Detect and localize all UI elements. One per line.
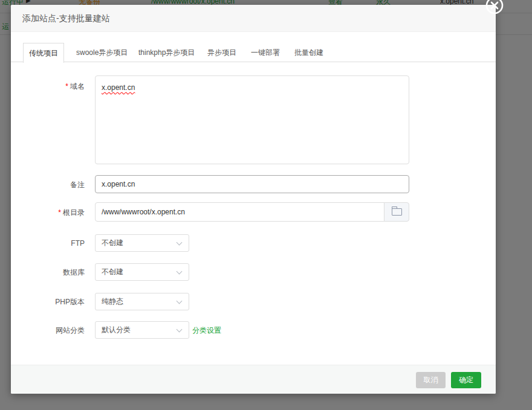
cancel-button[interactable]: 取消 <box>416 372 446 388</box>
ftp-select-value: 不创建 <box>102 239 123 247</box>
site-category-select[interactable]: 默认分类 <box>95 321 189 339</box>
dialog-title: 添加站点-支持批量建站 <box>11 5 496 32</box>
dialog-footer: 取消 确定 <box>11 365 496 394</box>
domain-value: x.opent.cn <box>102 83 135 92</box>
site-category-select-value: 默认分类 <box>102 325 131 334</box>
database-select-value: 不创建 <box>102 267 123 276</box>
chevron-down-icon <box>177 298 183 304</box>
root-dir-label: *根目录 <box>11 208 85 217</box>
chevron-down-icon <box>177 240 183 246</box>
tab-one-click-deploy[interactable]: 一键部署 <box>251 43 280 62</box>
ftp-label: FTP <box>11 239 85 248</box>
root-dir-input[interactable] <box>95 202 384 222</box>
domain-label: *域名 <box>11 82 85 91</box>
ftp-select[interactable]: 不创建 <box>95 234 189 252</box>
database-label: 数据库 <box>11 268 85 277</box>
chevron-down-icon <box>177 269 183 275</box>
close-icon <box>485 0 504 14</box>
tab-batch-create[interactable]: 批量创建 <box>294 43 323 62</box>
site-category-label: 网站分类 <box>11 326 85 335</box>
note-input[interactable] <box>95 175 409 193</box>
tab-traditional[interactable]: 传统项目 <box>23 43 64 63</box>
dialog-header: 添加站点-支持批量建站 <box>11 5 496 32</box>
confirm-button[interactable]: 确定 <box>451 372 481 388</box>
required-asterisk: * <box>58 208 61 217</box>
close-button[interactable] <box>485 0 504 14</box>
note-label: 备注 <box>11 181 85 189</box>
category-settings-link[interactable]: 分类设置 <box>192 325 221 336</box>
required-asterisk: * <box>65 82 68 91</box>
chevron-down-icon <box>177 327 183 333</box>
database-select[interactable]: 不创建 <box>95 263 189 281</box>
project-type-tabs: 传统项目 swoole异步项目 thinkphp异步项目 异步项目 一键部署 批… <box>11 43 496 62</box>
domain-textarea[interactable]: x.opent.cn <box>95 75 409 164</box>
tab-async[interactable]: 异步项目 <box>207 43 236 62</box>
php-version-label: PHP版本 <box>11 298 85 306</box>
browse-folder-button[interactable] <box>384 202 409 222</box>
tab-thinkphp-async[interactable]: thinkphp异步项目 <box>138 43 195 62</box>
php-version-select[interactable]: 纯静态 <box>95 293 189 310</box>
add-site-dialog: 添加站点-支持批量建站 传统项目 swoole异步项目 thinkphp异步项目… <box>11 5 496 394</box>
tab-swoole-async[interactable]: swoole异步项目 <box>76 43 128 62</box>
php-version-select-value: 纯静态 <box>102 297 123 306</box>
folder-icon <box>392 208 402 216</box>
